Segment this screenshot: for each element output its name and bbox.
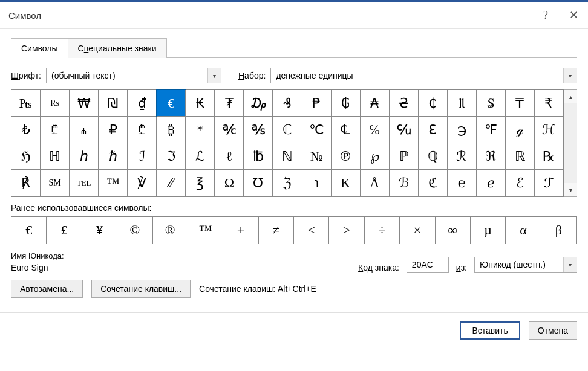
symbol-cell[interactable]: ₴ (390, 90, 419, 117)
symbol-cell[interactable]: ™ (99, 170, 128, 196)
symbol-cell[interactable]: K (332, 170, 361, 196)
symbol-cell[interactable]: ₩ (70, 90, 99, 117)
recent-symbol-cell[interactable]: ÷ (365, 217, 400, 244)
recent-symbol-cell[interactable]: ≠ (259, 217, 294, 244)
recent-symbol-cell[interactable]: µ (471, 217, 506, 244)
symbol-cell[interactable]: ₿ (157, 117, 186, 143)
symbol-cell[interactable]: ℜ (477, 143, 506, 170)
recent-symbol-cell[interactable]: ™ (188, 217, 223, 244)
symbol-cell[interactable]: ℥ (186, 170, 215, 196)
symbol-cell[interactable]: ℅ (361, 117, 390, 143)
symbol-cell[interactable]: ℓ (215, 143, 244, 170)
symbol-cell[interactable]: TEL (70, 170, 99, 196)
symbol-cell[interactable]: ℎ (70, 143, 99, 170)
tab-symbols[interactable]: Символы (11, 38, 68, 58)
symbol-cell[interactable]: ℟ (11, 170, 41, 196)
symbol-cell[interactable]: ℧ (244, 170, 273, 196)
symbol-cell[interactable]: ₶ (448, 90, 477, 117)
symbol-cell[interactable]: ℛ (448, 143, 477, 170)
subset-combo[interactable]: денежные единицы ▾ (270, 68, 577, 83)
symbol-cell[interactable]: ℆ (390, 117, 419, 143)
symbol-cell[interactable]: ℙ (390, 143, 419, 170)
symbol-cell[interactable]: ₾ (128, 117, 157, 143)
symbol-cell[interactable]: ℄ (332, 117, 361, 143)
recent-symbol-cell[interactable]: ¥ (82, 217, 117, 244)
symbol-cell[interactable]: ℘ (361, 143, 390, 170)
symbol-cell[interactable]: ₼ (70, 117, 99, 143)
symbol-cell[interactable]: ℌ (11, 143, 41, 170)
chevron-down-icon[interactable]: ▾ (563, 257, 577, 272)
from-combo[interactable]: Юникод (шестн.) ▾ (474, 257, 577, 273)
recent-symbol-cell[interactable]: € (11, 217, 47, 244)
shortcut-button[interactable]: Сочетание клавиш... (91, 280, 191, 298)
symbol-cell[interactable]: ₪ (99, 90, 128, 117)
symbol-cell[interactable]: ℝ (506, 143, 535, 170)
symbol-cell[interactable]: ₾ (41, 117, 70, 143)
symbol-cell[interactable]: ₽ (99, 117, 128, 143)
symbol-cell[interactable]: SM (41, 170, 70, 196)
symbol-cell[interactable]: ℇ (419, 117, 448, 143)
cancel-button[interactable]: Отмена (529, 321, 577, 340)
symbol-cell[interactable]: № (302, 143, 332, 170)
symbol-cell[interactable]: Å (361, 170, 390, 196)
symbol-cell[interactable]: ₵ (419, 90, 448, 117)
symbol-cell[interactable]: ₳ (361, 90, 390, 117)
symbol-cell[interactable]: Ω (215, 170, 244, 196)
recent-symbol-cell[interactable]: £ (47, 217, 82, 244)
symbol-cell[interactable]: ℚ (419, 143, 448, 170)
symbol-cell[interactable]: ℑ (157, 143, 186, 170)
symbol-cell[interactable]: ℰ (506, 170, 535, 196)
symbol-cell[interactable]: ℞ (535, 143, 564, 170)
symbol-cell[interactable]: ₷ (477, 90, 506, 117)
code-input[interactable] (407, 257, 449, 273)
recent-symbol-cell[interactable]: × (400, 217, 435, 244)
symbol-cell[interactable]: ₭ (186, 90, 215, 117)
symbol-cell[interactable]: ₲ (332, 90, 361, 117)
recent-grid[interactable]: €£¥©®™±≠≤≥÷×∞µαβ (11, 216, 577, 244)
help-icon[interactable]: ? (534, 7, 558, 24)
tab-special[interactable]: Специальные знаки (68, 38, 167, 58)
recent-symbol-cell[interactable]: ≥ (329, 217, 364, 244)
autocorrect-button[interactable]: Автозамена... (11, 280, 83, 298)
symbol-cell[interactable]: ₯ (244, 90, 273, 117)
symbol-cell[interactable]: ℨ (273, 170, 302, 196)
symbol-cell[interactable]: ℭ (419, 170, 448, 196)
symbol-cell[interactable]: ℈ (448, 117, 477, 143)
symbol-cell[interactable]: ℩ (302, 170, 332, 196)
recent-symbol-cell[interactable]: ∞ (436, 217, 471, 244)
chevron-down-icon[interactable]: ▾ (207, 68, 221, 83)
symbol-cell[interactable]: ℁ (244, 117, 273, 143)
symbol-cell[interactable]: Rs (41, 90, 70, 117)
recent-symbol-cell[interactable]: α (506, 217, 541, 244)
symbol-cell[interactable]: ℍ (41, 143, 70, 170)
symbol-cell[interactable]: ℱ (535, 170, 564, 196)
symbol-cell[interactable]: ₱ (302, 90, 332, 117)
chevron-down-icon[interactable]: ▾ (563, 68, 577, 83)
recent-symbol-cell[interactable]: ≤ (294, 217, 329, 244)
symbol-cell[interactable]: ℊ (506, 117, 535, 143)
symbol-cell[interactable]: ℔ (244, 143, 273, 170)
symbol-cell[interactable]: ₸ (506, 90, 535, 117)
symbol-cell[interactable]: ℯ (477, 170, 506, 196)
symbol-cell[interactable]: ₮ (215, 90, 244, 117)
symbol-cell[interactable]: ₧ (11, 90, 41, 117)
symbol-cell[interactable]: ℕ (273, 143, 302, 170)
font-combo[interactable]: (обычный текст) ▾ (46, 68, 221, 83)
symbol-cell[interactable]: ℂ (273, 117, 302, 143)
symbol-cell[interactable]: ℋ (535, 117, 564, 143)
symbol-cell[interactable]: * (186, 117, 215, 143)
symbol-cell[interactable]: € (157, 90, 186, 117)
symbol-cell[interactable]: ℃ (302, 117, 332, 143)
symbol-cell[interactable]: ℏ (99, 143, 128, 170)
scroll-down-icon[interactable]: ▾ (564, 183, 577, 196)
insert-button[interactable]: Вставить (460, 321, 520, 340)
symbol-cell[interactable]: ℮ (448, 170, 477, 196)
vertical-scrollbar[interactable]: ▴ ▾ (564, 89, 577, 197)
symbol-cell[interactable]: ₺ (11, 117, 41, 143)
symbol-cell[interactable]: ℉ (477, 117, 506, 143)
symbol-cell[interactable]: ℣ (128, 170, 157, 196)
recent-symbol-cell[interactable]: ® (153, 217, 188, 244)
symbol-cell[interactable]: ₰ (273, 90, 302, 117)
symbol-cell[interactable]: ₫ (128, 90, 157, 117)
recent-symbol-cell[interactable]: ± (223, 217, 258, 244)
